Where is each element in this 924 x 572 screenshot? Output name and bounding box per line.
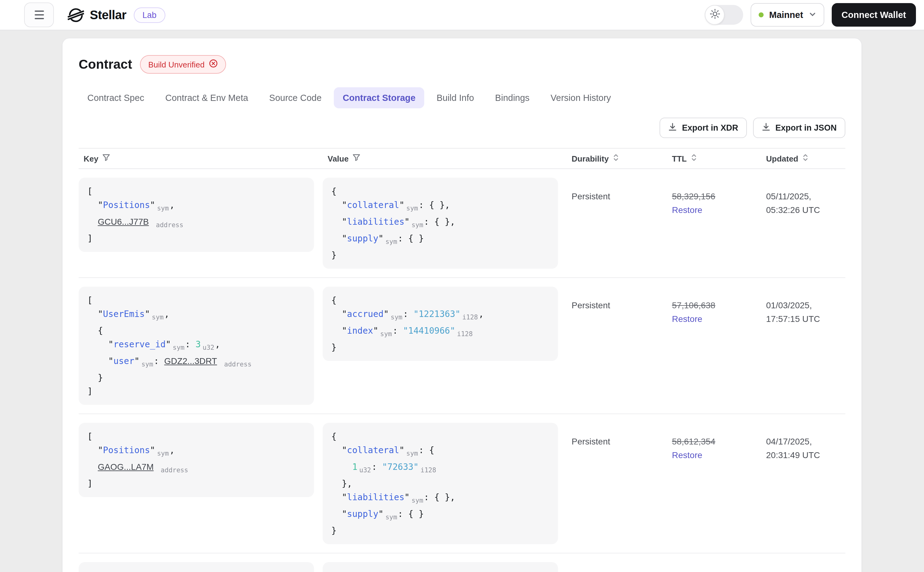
- table-row: [ "Positions"sym, GAOG...LA7M address] {…: [79, 414, 845, 553]
- tab-contract-spec[interactable]: Contract Spec: [79, 87, 153, 108]
- filter-icon[interactable]: [102, 154, 110, 163]
- durability-value: Persistent: [572, 300, 610, 310]
- theme-toggle[interactable]: [705, 5, 743, 25]
- ttl-value: 57,106,638: [672, 298, 761, 312]
- tab-bar: Contract Spec Contract & Env Meta Source…: [79, 87, 845, 108]
- updated-cell: 01/03/2025,17:57:15 UTC: [761, 287, 846, 405]
- key-code-block: [ "Positions"sym, GAOG...LA7M address]: [79, 423, 314, 497]
- ttl-cell: 58,612,354 Restore: [667, 423, 761, 544]
- top-navbar: Stellar Lab: [0, 0, 924, 30]
- updated-cell: 05/11/2025,05:32:26 UTC: [761, 178, 846, 269]
- durability-value: Persistent: [572, 191, 610, 201]
- table-row: [ "UserEmis"sym, { "reserve_id"sym: 3u32…: [79, 553, 845, 572]
- column-durability: Durability: [567, 154, 667, 163]
- column-ttl: TTL: [667, 154, 761, 163]
- tab-version-history[interactable]: Version History: [542, 87, 620, 108]
- value-cell: { "accrued"sym: "1221363"i128, "index"sy…: [323, 287, 567, 405]
- updated-value: 05/11/2025,05:32:26 UTC: [766, 190, 846, 217]
- address-link[interactable]: GDZ2...3DRT: [164, 356, 217, 366]
- durability-cell: Persistent: [567, 178, 667, 269]
- value-cell: { "collateral"sym: { }, "liabilities"sym…: [323, 178, 567, 269]
- sort-icon[interactable]: [802, 154, 809, 163]
- connect-wallet-button[interactable]: Connect Wallet: [832, 3, 916, 26]
- ttl-value: 58,612,354: [672, 435, 761, 448]
- sort-icon[interactable]: [613, 154, 619, 163]
- value-cell: { "accrued"sym: "51694677"i128, "index"s…: [323, 562, 567, 572]
- key-cell: [ "Positions"sym, GAOG...LA7M address]: [79, 423, 323, 544]
- updated-cell: 03/10/2025,20:28:01 UTC: [761, 562, 846, 572]
- address-link[interactable]: GAOG...LA7M: [98, 462, 154, 472]
- table-header: Key Value Durability TTL: [79, 148, 845, 169]
- ttl-cell: 57,383,940 Restore: [667, 562, 761, 572]
- tab-contract-env-meta[interactable]: Contract & Env Meta: [157, 87, 257, 108]
- updated-value: 04/17/2025,20:31:49 UTC: [766, 435, 846, 462]
- download-icon: [668, 123, 677, 133]
- value-cell: { "collateral"sym: { 1u32: "72633"i128 }…: [323, 423, 567, 544]
- durability-value: Persistent: [572, 437, 610, 446]
- network-status-dot: [759, 12, 764, 17]
- export-json-button[interactable]: Export in JSON: [753, 118, 845, 138]
- brand[interactable]: Stellar: [67, 6, 126, 23]
- tab-contract-storage[interactable]: Contract Storage: [334, 87, 424, 108]
- menu-button[interactable]: [24, 3, 54, 27]
- durability-cell: Persistent: [567, 562, 667, 572]
- table-row: [ "Positions"sym, GCU6...J77B address] {…: [79, 169, 845, 278]
- brand-name: Stellar: [90, 8, 126, 22]
- export-xdr-button[interactable]: Export in XDR: [660, 118, 747, 138]
- sun-icon: [709, 8, 720, 21]
- network-label: Mainnet: [769, 10, 803, 20]
- tab-build-info[interactable]: Build Info: [428, 87, 483, 108]
- key-cell: [ "Positions"sym, GCU6...J77B address]: [79, 178, 323, 269]
- key-code-block: [ "UserEmis"sym, { "reserve_id"sym: 3u32…: [79, 287, 314, 405]
- restore-link[interactable]: Restore: [672, 312, 761, 326]
- tab-source-code[interactable]: Source Code: [260, 87, 330, 108]
- updated-value: 01/03/2025,17:57:15 UTC: [766, 298, 846, 326]
- value-code-block: { "accrued"sym: "51694677"i128, "index"s…: [323, 562, 558, 572]
- table-body: [ "Positions"sym, GCU6...J77B address] {…: [79, 169, 845, 572]
- filter-icon[interactable]: [352, 154, 361, 163]
- table-row: [ "UserEmis"sym, { "reserve_id"sym: 3u32…: [79, 278, 845, 414]
- page-title: Contract: [79, 57, 132, 72]
- stellar-logo-icon: [67, 6, 84, 23]
- ttl-cell: 57,106,638 Restore: [667, 287, 761, 405]
- menu-icon: [34, 11, 44, 12]
- value-code-block: { "accrued"sym: "1221363"i128, "index"sy…: [323, 287, 558, 361]
- key-code-block: [ "UserEmis"sym, { "reserve_id"sym: 3u32…: [79, 562, 314, 572]
- sort-icon[interactable]: [691, 154, 697, 163]
- updated-cell: 04/17/2025,20:31:49 UTC: [761, 423, 846, 544]
- x-circle-icon: [209, 59, 218, 70]
- durability-cell: Persistent: [567, 287, 667, 405]
- key-code-block: [ "Positions"sym, GCU6...J77B address]: [79, 178, 314, 252]
- durability-cell: Persistent: [567, 423, 667, 544]
- column-key: Key: [79, 154, 323, 163]
- build-unverified-label: Build Unverified: [148, 60, 205, 69]
- download-icon: [762, 123, 770, 133]
- build-unverified-badge: Build Unverified: [140, 55, 226, 74]
- restore-link[interactable]: Restore: [672, 448, 761, 462]
- tab-bindings[interactable]: Bindings: [487, 87, 538, 108]
- lab-badge: Lab: [134, 7, 165, 23]
- address-link[interactable]: GCU6...J77B: [98, 217, 149, 227]
- key-cell: [ "UserEmis"sym, { "reserve_id"sym: 3u32…: [79, 562, 323, 572]
- page: Stellar Lab: [0, 0, 924, 572]
- column-value: Value: [323, 154, 567, 163]
- network-select[interactable]: Mainnet: [751, 3, 824, 26]
- ttl-cell: 58,329,156 Restore: [667, 178, 761, 269]
- restore-link[interactable]: Restore: [672, 203, 761, 217]
- contract-card: Contract Build Unverified Contract Spec …: [62, 38, 862, 572]
- key-cell: [ "UserEmis"sym, { "reserve_id"sym: 3u32…: [79, 287, 323, 405]
- ttl-value: 58,329,156: [672, 190, 761, 203]
- chevron-down-icon: [809, 10, 816, 20]
- value-code-block: { "collateral"sym: { 1u32: "72633"i128 }…: [323, 423, 558, 544]
- value-code-block: { "collateral"sym: { }, "liabilities"sym…: [323, 178, 558, 269]
- column-updated: Updated: [761, 154, 846, 163]
